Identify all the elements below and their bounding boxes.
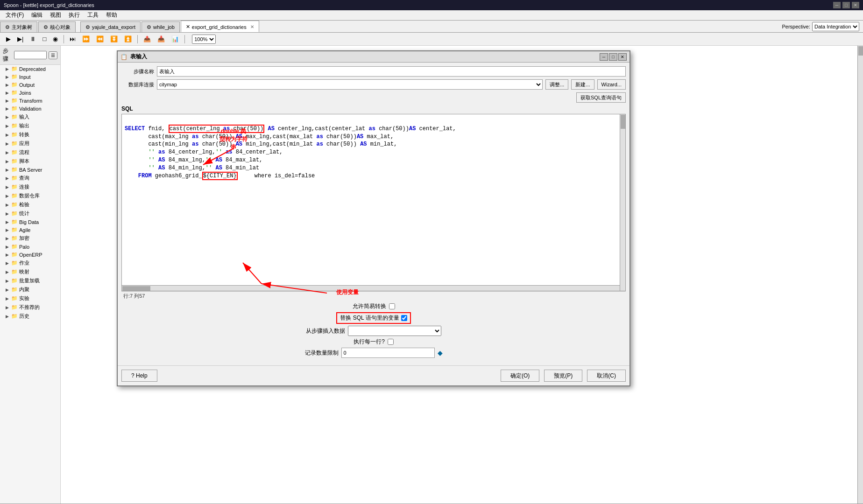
cancel-button[interactable]: 取消(C)	[587, 370, 626, 382]
sidebar-item-palo[interactable]: ▶ 📁 Palo	[4, 243, 60, 251]
sidebar-item-flow[interactable]: ▶ 📁 流程	[4, 148, 60, 157]
sidebar-item-bigdata[interactable]: ▶ 📁 Big Data	[4, 218, 60, 226]
arrow-icon: ▶	[6, 83, 11, 87]
minimize-button[interactable]: ─	[833, 2, 841, 8]
sidebar-item-history[interactable]: ▶ 📁 历史	[4, 312, 60, 321]
maximize-button[interactable]: □	[842, 2, 850, 8]
menu-view[interactable]: 视图	[46, 10, 65, 20]
fast-forward-button[interactable]: ⏩	[80, 34, 92, 44]
sql-editor[interactable]: SELECT fnid, cast(center_lng as char(50)…	[122, 114, 625, 287]
sidebar-item-agile[interactable]: ▶ 📁 Agile	[4, 226, 60, 234]
edit-conn-button[interactable]: 调整...	[545, 79, 568, 90]
menu-execute[interactable]: 执行	[65, 10, 84, 20]
sidebar-item-transform[interactable]: ▶ 📁 Transform	[4, 97, 60, 105]
wizard-button[interactable]: Wizard...	[597, 79, 626, 90]
sidebar-item-script[interactable]: ▶ 📁 脚本	[4, 157, 60, 166]
tab-main-objects[interactable]: ⚙ 主对象树	[0, 21, 37, 32]
sidebar-item-ba-server[interactable]: ▶ 📁 BA Server	[4, 166, 60, 174]
sql-editor-container[interactable]: SELECT fnid, cast(center_lng as char(50)…	[121, 114, 626, 291]
run-step-button[interactable]: ▶|	[15, 34, 26, 44]
export-grid-close[interactable]: ✕	[250, 24, 254, 29]
sql-scrollbar[interactable]	[620, 114, 625, 291]
menu-tools[interactable]: 工具	[84, 10, 102, 20]
run-button[interactable]: ▶	[4, 34, 13, 44]
sidebar-item-openerp[interactable]: ▶ 📁 OpenERP	[4, 251, 60, 259]
step-name-input[interactable]	[157, 66, 626, 77]
arrow-icon: ▶	[6, 168, 11, 172]
tab-while-job[interactable]: ⚙ while_job	[141, 21, 180, 32]
chart-button[interactable]: 📊	[169, 34, 181, 44]
perspective-select[interactable]: Data Integration	[812, 22, 859, 31]
preview-dialog-button[interactable]: 预览(P)	[544, 370, 582, 382]
sidebar-item-output[interactable]: ▶ 📁 Output	[4, 81, 60, 89]
ok-button[interactable]: 确定(O)	[501, 370, 539, 382]
pause-button[interactable]: ⏸	[28, 34, 38, 44]
canvas-area[interactable]: 📋 表输入 ─ □ ✕ 步骤名称	[61, 46, 863, 504]
help-button[interactable]: ? Help	[121, 370, 157, 382]
record-limit-info-button[interactable]: ◆	[438, 349, 443, 357]
dialog-max-button[interactable]: □	[609, 53, 617, 61]
item-label: OpenERP	[19, 252, 42, 258]
stop-button[interactable]: □	[40, 34, 49, 44]
rewind-button[interactable]: ⏪	[94, 34, 106, 44]
sidebar-item-experiment[interactable]: ▶ 📁 实验	[4, 294, 60, 303]
next-step-button[interactable]: ⏭	[67, 34, 78, 44]
import-button[interactable]: 📥	[155, 34, 167, 44]
sql-hscrollbar[interactable]	[122, 285, 620, 291]
allow-lazy-checkbox[interactable]	[389, 303, 395, 309]
export-grid-icon: ✕	[186, 24, 190, 30]
tab-export-grid[interactable]: ✕ export_grid_dictionaries ✕	[181, 21, 259, 32]
sidebar-item-input-cn[interactable]: ▶ 📁 输入	[4, 112, 60, 121]
sidebar-item-app[interactable]: ▶ 📁 应用	[4, 139, 60, 148]
insert-from-step-select[interactable]	[348, 326, 441, 336]
sidebar-item-cohesion[interactable]: ▶ 📁 内聚	[4, 285, 60, 294]
sidebar-item-stats[interactable]: ▶ 📁 统计	[4, 209, 60, 218]
down-button[interactable]: ⏬	[108, 34, 120, 44]
menu-help[interactable]: 帮助	[102, 10, 121, 20]
tab-core-objects[interactable]: ⚙ 核心对象	[38, 21, 76, 32]
folder-icon: 📁	[11, 167, 18, 173]
sidebar-item-output-cn[interactable]: ▶ 📁 输出	[4, 121, 60, 130]
dialog-close-button[interactable]: ✕	[618, 53, 627, 61]
execute-each-checkbox[interactable]	[388, 339, 394, 345]
sidebar-item-validation[interactable]: ▶ 📁 Validation	[4, 105, 60, 112]
sidebar-item-dw[interactable]: ▶ 📁 数据仓库	[4, 191, 60, 200]
item-label: 批量加载	[19, 277, 40, 284]
get-sql-button[interactable]: 获取SQL查询语句	[576, 92, 626, 103]
canvas-scrollbar[interactable]	[857, 46, 863, 504]
main-layout: 步骤 ☰ ▶ 📁 Deprecated ▶ 📁 Input ▶ 📁 Output	[0, 46, 863, 504]
sidebar-item-query[interactable]: ▶ 📁 查询	[4, 174, 60, 182]
step-name-row: 步骤名称	[121, 66, 626, 77]
sidebar-item-joins[interactable]: ▶ 📁 Joins	[4, 89, 60, 97]
sidebar-item-jobs[interactable]: ▶ 📁 作业	[4, 259, 60, 267]
sql-scrollbar-thumb[interactable]	[621, 115, 625, 129]
new-conn-button[interactable]: 新建...	[571, 79, 594, 90]
export-button[interactable]: 📤	[141, 34, 153, 44]
sql-label: SQL	[121, 105, 626, 112]
tab-yajule[interactable]: ⚙ yajule_data_export	[80, 21, 141, 32]
dialog-min-button[interactable]: ─	[600, 53, 608, 61]
sidebar-filter-button[interactable]: ☰	[49, 51, 57, 59]
db-conn-select[interactable]: citymap	[157, 79, 543, 90]
sql-hscrollbar-thumb[interactable]	[122, 286, 150, 291]
sidebar-item-bulk-load[interactable]: ▶ 📁 批量加载	[4, 276, 60, 285]
sidebar-item-verify[interactable]: ▶ 📁 检验	[4, 200, 60, 209]
replace-vars-checkbox[interactable]	[401, 315, 407, 321]
canvas-scrollbar-thumb[interactable]	[858, 46, 863, 56]
yajule-label: yajule_data_export	[92, 24, 135, 30]
menu-file[interactable]: 文件(F)	[2, 10, 28, 20]
close-button[interactable]: ✕	[852, 2, 859, 8]
record-limit-input[interactable]	[341, 348, 435, 358]
sidebar-item-transform-cn[interactable]: ▶ 📁 转换	[4, 130, 60, 139]
zoom-select[interactable]: 100% 75% 50% 150% 200%	[192, 35, 216, 44]
preview-button[interactable]: ◉	[50, 34, 60, 44]
sidebar-item-mapping[interactable]: ▶ 📁 映射	[4, 267, 60, 276]
sidebar-item-deprecated-cn[interactable]: ▶ 📁 不推荐的	[4, 303, 60, 312]
sidebar-item-encrypt[interactable]: ▶ 📁 加密	[4, 234, 60, 243]
sidebar-item-connect[interactable]: ▶ 📁 连接	[4, 182, 60, 191]
menu-edit[interactable]: 编辑	[28, 10, 46, 20]
up-button[interactable]: ⏫	[122, 34, 134, 44]
sidebar-search[interactable]	[14, 51, 47, 59]
sidebar-item-input[interactable]: ▶ 📁 Input	[4, 73, 60, 81]
sidebar-item-deprecated[interactable]: ▶ 📁 Deprecated	[4, 65, 60, 73]
